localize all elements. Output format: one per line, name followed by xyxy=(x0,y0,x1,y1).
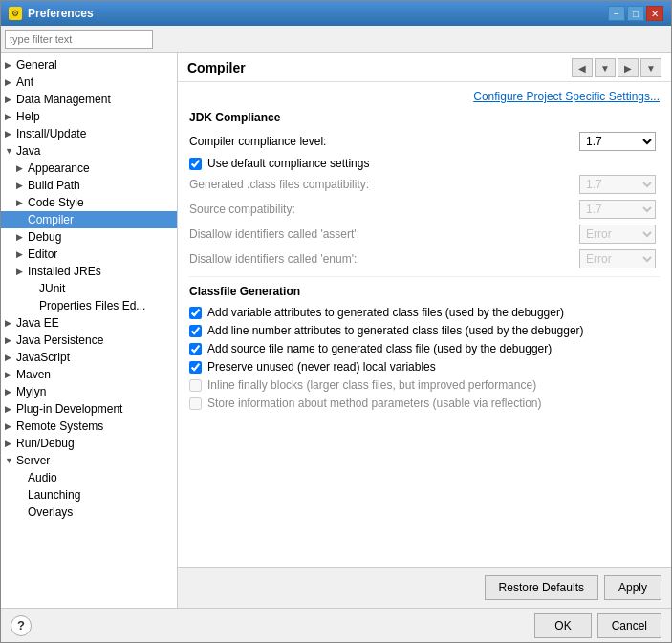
sidebar-item-label: Appearance xyxy=(28,161,90,175)
sidebar-scroll[interactable]: General Ant Data Management Help Install… xyxy=(1,56,177,604)
sidebar-item-label: Build Path xyxy=(28,179,80,192)
sidebar-item-launching[interactable]: Launching xyxy=(1,486,177,504)
classfile-option-5: Store information about method parameter… xyxy=(189,397,660,410)
sidebar-item-installed-jres[interactable]: Installed JREs xyxy=(1,263,177,280)
compliance-level-label: Compiler compliance level: xyxy=(189,135,326,148)
sidebar-item-label: Java EE xyxy=(16,316,59,330)
sidebar-item-maven[interactable]: Maven xyxy=(1,366,177,383)
sidebar-item-editor[interactable]: Editor xyxy=(1,246,177,263)
classfile-label-0: Add variable attributes to generated cla… xyxy=(207,306,564,319)
classfile-option-4: Inline finally blocks (larger class file… xyxy=(189,378,660,392)
classfile-checkbox-2[interactable] xyxy=(189,343,202,355)
sidebar-item-general[interactable]: General xyxy=(1,56,177,74)
generated-class-select: 1.7 xyxy=(579,175,656,194)
classfile-section-title: Classfile Generation xyxy=(189,285,660,298)
sidebar-item-properties-files[interactable]: Properties Files Ed... xyxy=(1,297,177,314)
sidebar-item-server[interactable]: Server xyxy=(1,452,177,469)
sidebar-item-remote-systems[interactable]: Remote Systems xyxy=(1,418,177,435)
window-icon: ⚙ xyxy=(9,7,22,20)
sidebar-item-label: Java Persistence xyxy=(16,333,103,347)
forward-button[interactable]: ▶ xyxy=(618,58,639,77)
sidebar-item-audio[interactable]: Audio xyxy=(1,469,177,486)
sidebar-item-java[interactable]: Java xyxy=(1,142,177,160)
section-divider xyxy=(189,276,660,277)
sidebar-item-label: Debug xyxy=(28,230,61,244)
classfile-label-1: Add line number attributes to generated … xyxy=(207,324,584,337)
sidebar-item-install-update[interactable]: Install/Update xyxy=(1,125,177,142)
disallow-assert-label: Disallow identifiers called 'assert': xyxy=(189,227,359,241)
panel-nav: ◀ ▼ ▶ ▼ xyxy=(572,58,661,77)
back-dropdown-button[interactable]: ▼ xyxy=(595,58,616,77)
sidebar-item-label: Editor xyxy=(28,247,57,261)
sidebar-item-compiler[interactable]: Compiler xyxy=(1,211,177,228)
configure-link[interactable]: Configure Project Specific Settings... xyxy=(473,90,660,103)
generated-class-label: Generated .class files compatibility: xyxy=(189,178,369,191)
sidebar: General Ant Data Management Help Install… xyxy=(1,53,178,608)
bottom-bar: ? OK Cancel xyxy=(1,608,671,642)
sidebar-item-javascript[interactable]: JavaScript xyxy=(1,349,177,366)
classfile-label-4: Inline finally blocks (larger class file… xyxy=(207,378,536,392)
sidebar-item-overlays[interactable]: Overlays xyxy=(1,504,177,521)
minimize-button[interactable]: − xyxy=(608,6,625,21)
sidebar-item-help[interactable]: Help xyxy=(1,108,177,125)
ok-button[interactable]: OK xyxy=(534,613,591,638)
arrow-icon xyxy=(16,163,26,173)
window-title: Preferences xyxy=(28,7,94,20)
sidebar-item-label: Install/Update xyxy=(16,127,86,140)
sidebar-item-label: Properties Files Ed... xyxy=(39,299,145,312)
sidebar-item-java-ee[interactable]: Java EE xyxy=(1,314,177,332)
classfile-checkbox-3[interactable] xyxy=(189,361,202,374)
sidebar-item-mylyn[interactable]: Mylyn xyxy=(1,383,177,400)
title-bar-left: ⚙ Preferences xyxy=(9,7,94,20)
compliance-level-row: Compiler compliance level: 1.7 xyxy=(189,132,660,151)
source-compat-select: 1.7 xyxy=(579,200,656,219)
sidebar-item-build-path[interactable]: Build Path xyxy=(1,177,177,194)
arrow-icon xyxy=(5,129,14,139)
apply-button[interactable]: Apply xyxy=(604,575,661,600)
jdk-compliance-section-title: JDK Compliance xyxy=(189,111,660,124)
help-button[interactable]: ? xyxy=(11,615,32,636)
sidebar-item-code-style[interactable]: Code Style xyxy=(1,194,177,211)
sidebar-item-plug-in-development[interactable]: Plug-in Development xyxy=(1,400,177,418)
sidebar-item-label: Remote Systems xyxy=(16,419,103,433)
sidebar-item-run-debug[interactable]: Run/Debug xyxy=(1,435,177,452)
sidebar-item-label: Data Management xyxy=(16,93,111,106)
title-bar-controls: − □ ✕ xyxy=(608,6,663,21)
source-compat-label: Source compatibility: xyxy=(189,203,295,216)
classfile-checkbox-4 xyxy=(189,379,202,392)
sidebar-item-java-persistence[interactable]: Java Persistence xyxy=(1,332,177,349)
classfile-checkbox-0[interactable] xyxy=(189,307,202,319)
arrow-icon xyxy=(16,232,26,242)
sidebar-item-data-management[interactable]: Data Management xyxy=(1,91,177,108)
sidebar-item-label: Maven xyxy=(16,368,51,381)
back-button[interactable]: ◀ xyxy=(572,58,593,77)
disallow-enum-row: Disallow identifiers called 'enum': Erro… xyxy=(189,249,660,268)
sidebar-item-junit[interactable]: JUnit xyxy=(1,280,177,297)
panel-header: Compiler ◀ ▼ ▶ ▼ xyxy=(178,53,671,82)
arrow-icon xyxy=(5,353,14,362)
compliance-level-select[interactable]: 1.7 xyxy=(579,132,656,151)
arrow-icon xyxy=(16,198,26,207)
disallow-enum-label: Disallow identifiers called 'enum': xyxy=(189,252,357,266)
sidebar-item-label: Overlays xyxy=(28,505,73,519)
arrow-icon xyxy=(5,404,14,414)
classfile-checkbox-1[interactable] xyxy=(189,325,202,337)
forward-dropdown-button[interactable]: ▼ xyxy=(640,58,661,77)
maximize-button[interactable]: □ xyxy=(627,6,644,21)
filter-input[interactable] xyxy=(5,30,153,49)
disallow-assert-select: Error xyxy=(579,225,656,244)
sidebar-item-label: JUnit xyxy=(39,282,65,295)
sidebar-item-label: General xyxy=(16,58,57,72)
classfile-option-1: Add line number attributes to generated … xyxy=(189,324,660,337)
panel-footer: Restore Defaults Apply xyxy=(178,567,671,608)
sidebar-item-ant[interactable]: Ant xyxy=(1,74,177,91)
use-default-checkbox[interactable] xyxy=(189,158,202,170)
restore-defaults-button[interactable]: Restore Defaults xyxy=(485,575,598,600)
sidebar-item-debug[interactable]: Debug xyxy=(1,228,177,246)
close-button[interactable]: ✕ xyxy=(646,6,663,21)
disallow-assert-row: Disallow identifiers called 'assert': Er… xyxy=(189,225,660,244)
use-default-label: Use default compliance settings xyxy=(207,157,369,170)
sidebar-item-appearance[interactable]: Appearance xyxy=(1,160,177,177)
classfile-label-2: Add source file name to generated class … xyxy=(207,342,552,355)
cancel-button[interactable]: Cancel xyxy=(597,613,661,638)
